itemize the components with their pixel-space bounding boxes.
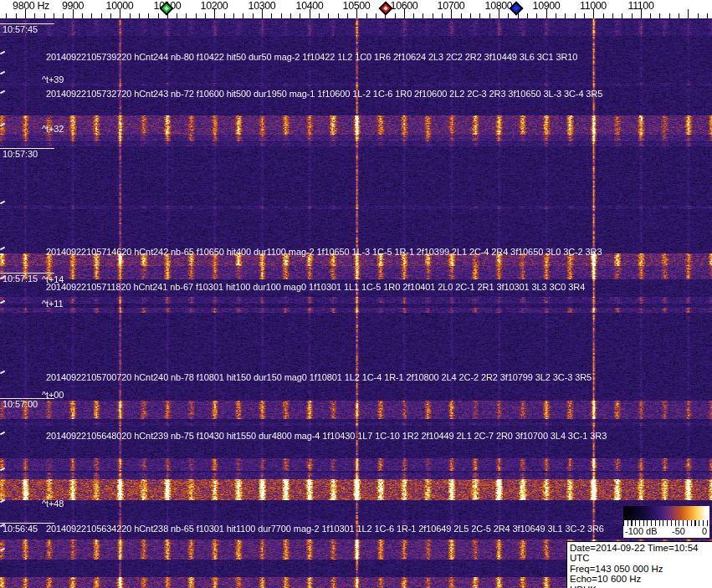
- freq-tick: [470, 13, 471, 18]
- freq-tick: [575, 13, 576, 18]
- freq-tick: [413, 13, 414, 18]
- freq-tick: [433, 13, 433, 18]
- freq-tick: [366, 13, 367, 18]
- freq-label: 10300: [248, 0, 276, 12]
- freq-tick: [461, 13, 462, 18]
- freq-tick: [177, 13, 177, 18]
- spectrogram-canvas: [0, 18, 712, 588]
- freq-tick: [63, 13, 64, 18]
- color-scale-gradient: [623, 506, 709, 520]
- info-line: Date=2014-09-22 Time=10:54 UTC: [570, 543, 710, 564]
- freq-tick: [536, 13, 537, 18]
- freq-tick: [196, 13, 197, 18]
- info-line: HPHK: [570, 585, 710, 588]
- db-label-min: -100 dB: [625, 526, 658, 537]
- freq-label: 11100: [628, 0, 654, 12]
- freq-tick: [395, 13, 396, 18]
- freq-tick: [148, 13, 149, 18]
- frequency-axis: 9800 Hz990010000101001020010300104001050…: [0, 0, 712, 18]
- freq-tick: [158, 13, 159, 18]
- freq-tick: [328, 13, 329, 18]
- color-scale-labels: -100 dB -50 0: [623, 526, 709, 538]
- freq-tick: [243, 13, 243, 18]
- freq-tick: [669, 13, 670, 18]
- freq-label: 10400: [296, 0, 324, 12]
- freq-label: 10900: [533, 0, 561, 12]
- freq-label: 10800: [485, 0, 513, 12]
- freq-tick: [423, 13, 423, 18]
- freq-label: 10200: [201, 0, 228, 12]
- freq-tick: [186, 13, 187, 18]
- freq-tick: [508, 13, 509, 18]
- freq-tick: [376, 13, 376, 18]
- freq-tick: [659, 13, 660, 18]
- freq-tick: [300, 13, 300, 18]
- freq-tick: [442, 13, 443, 18]
- freq-label: 11000: [580, 0, 607, 12]
- freq-tick: [253, 13, 254, 18]
- blue-diamond-center: [514, 6, 519, 11]
- freq-tick: [707, 13, 708, 18]
- freq-tick: [584, 13, 585, 18]
- freq-tick: [650, 13, 651, 18]
- freq-tick: [54, 13, 54, 18]
- color-scale-ticks: [623, 520, 709, 526]
- freq-tick: [632, 13, 633, 18]
- db-label-max: 0: [702, 526, 707, 537]
- color-scale-legend: -100 dB -50 0: [623, 506, 709, 538]
- freq-tick: [110, 13, 111, 18]
- freq-tick: [91, 13, 92, 18]
- freq-tick: [338, 13, 339, 18]
- freq-tick: [479, 13, 480, 18]
- freq-label: 9800 Hz: [13, 0, 49, 12]
- freq-tick: [688, 9, 689, 18]
- freq-tick: [319, 13, 320, 18]
- freq-label: 10700: [438, 0, 465, 12]
- freq-tick: [698, 13, 699, 18]
- spectrogram-app-window: 9800 Hz990010000101001020010300104001050…: [0, 0, 712, 588]
- freq-tick: [489, 13, 490, 18]
- info-line: Freq=143 050 000 Hz: [570, 564, 710, 574]
- freq-tick: [44, 13, 45, 18]
- freq-tick: [82, 13, 83, 18]
- info-box: Date=2014-09-22 Time=10:54 UTCFreq=143 0…: [566, 541, 712, 588]
- freq-tick: [139, 13, 140, 18]
- freq-tick: [16, 13, 17, 18]
- freq-tick: [290, 13, 291, 18]
- freq-tick: [612, 13, 613, 18]
- freq-tick: [281, 13, 282, 18]
- freq-label: 10600: [391, 0, 418, 12]
- freq-tick: [271, 13, 272, 18]
- freq-tick: [130, 13, 131, 18]
- green-diamond-center: [164, 6, 169, 11]
- db-label-mid: -50: [672, 526, 685, 537]
- freq-tick: [556, 13, 556, 18]
- freq-tick: [205, 13, 206, 18]
- freq-label: 9900: [62, 0, 84, 12]
- freq-tick: [679, 13, 679, 18]
- freq-label: 10000: [106, 0, 134, 12]
- freq-label: 10500: [343, 0, 371, 12]
- freq-tick: [224, 13, 225, 18]
- freq-tick: [603, 13, 604, 18]
- freq-tick: [347, 13, 348, 18]
- info-line: Echo=10 600 Hz: [570, 574, 710, 584]
- red-diamond-center: [383, 6, 388, 11]
- freq-tick: [622, 13, 622, 18]
- freq-tick: [565, 13, 566, 18]
- freq-tick: [34, 13, 35, 18]
- freq-tick: [527, 13, 528, 18]
- freq-tick: [518, 13, 519, 18]
- freq-tick: [101, 13, 102, 18]
- freq-tick: [233, 13, 234, 18]
- freq-tick: [6, 13, 7, 18]
